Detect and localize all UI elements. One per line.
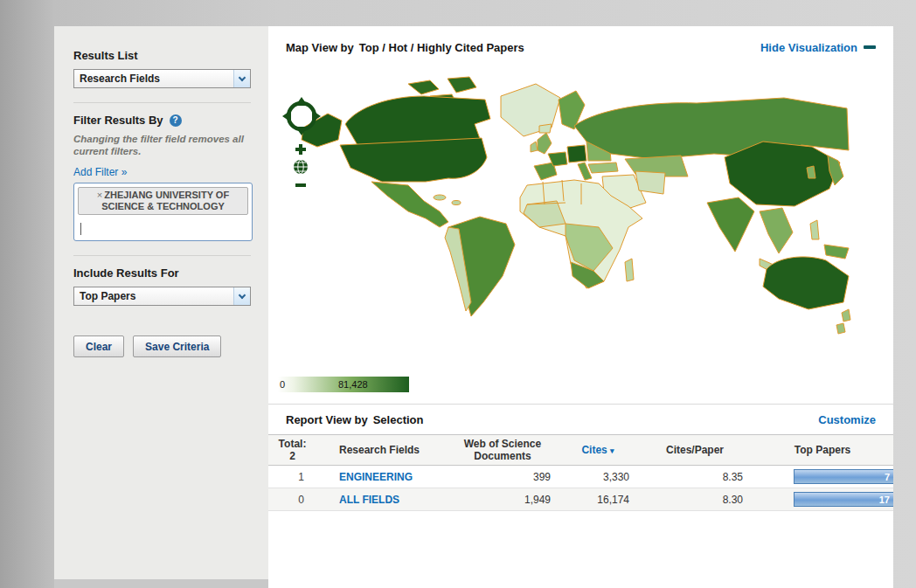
row-rank: 1 (268, 471, 316, 483)
report-view-header: Report View by Selection Customize (268, 404, 893, 434)
chevron-down-icon (233, 287, 250, 305)
report-view-title-value: Selection (373, 413, 424, 426)
sidebar-divider (73, 102, 251, 103)
include-results-select[interactable]: Top Papers (73, 287, 251, 306)
world-choropleth-map[interactable] (277, 73, 854, 362)
research-fields-header: Research Fields (316, 444, 448, 456)
map-color-legend: 0 81,428 (278, 377, 409, 392)
report-view-title-prefix: Report View by (286, 413, 368, 426)
row-cites: 3,330 (558, 471, 638, 483)
results-list-select[interactable]: Research Fields (73, 69, 251, 88)
sidebar-buttons: Clear Save Criteria (73, 336, 251, 357)
zoom-in-icon (295, 144, 306, 155)
results-table-header: Total: 2 Research Fields Web of Science … (268, 434, 893, 466)
row-cites-per-paper: 8.35 (638, 471, 752, 483)
total-value: 2 (268, 450, 316, 462)
minus-icon (864, 45, 876, 49)
clear-button[interactable]: Clear (73, 336, 124, 357)
sidebar: Results List Research Fields Filter Resu… (54, 26, 268, 579)
legend-min-value: 0 (280, 379, 285, 390)
row-cites-per-paper: 8.30 (638, 494, 752, 506)
results-list-label: Results List (73, 49, 251, 62)
filter-note: Changing the filter field removes all cu… (73, 133, 248, 157)
documents-header: Web of Science Documents (448, 438, 558, 462)
field-link-all-fields[interactable]: ALL FIELDS (339, 494, 399, 506)
add-filter-link[interactable]: Add Filter » (73, 166, 127, 178)
customize-link[interactable]: Customize (818, 413, 876, 426)
map-view-title: Map View by Top / Hot / Highly Cited Pap… (286, 41, 524, 54)
filter-heading-row: Filter Results By ? (73, 114, 251, 127)
row-documents: 1,949 (448, 494, 558, 506)
row-rank: 0 (268, 494, 316, 506)
report-view-title: Report View by Selection (286, 413, 423, 426)
filter-tag: ×ZHEJIANG UNIVERSITY OF SCIENCE & TECHNO… (78, 187, 248, 215)
text-caret (80, 223, 81, 235)
sort-descending-icon: ▾ (610, 446, 614, 455)
map-pan-control[interactable] (281, 96, 322, 136)
map-zoom-control[interactable] (292, 143, 309, 190)
hide-visualization-label: Hide Visualization (760, 41, 857, 54)
pan-down-arrow-icon (295, 127, 308, 135)
save-criteria-button[interactable]: Save Criteria (133, 336, 221, 357)
cites-per-paper-header: Cites/Paper (638, 444, 752, 456)
pan-right-arrow-icon (312, 110, 321, 122)
top-papers-header: Top Papers (752, 444, 893, 456)
filter-tag-label: ZHEJIANG UNIVERSITY OF SCIENCE & TECHNOL… (101, 190, 229, 211)
row-documents: 399 (448, 471, 558, 483)
include-results-label: Include Results For (73, 266, 251, 280)
pan-up-arrow-icon (295, 97, 308, 106)
remove-filter-icon[interactable]: × (97, 190, 102, 200)
legend-max-value: 81,428 (338, 379, 368, 390)
content-panel: Results List Research Fields Filter Resu… (54, 26, 893, 588)
top-papers-bar: 7 (794, 469, 893, 484)
cites-sort-header[interactable]: Cites ▾ (558, 444, 638, 457)
chevron-down-icon (233, 70, 250, 87)
map-view-title-value: Top / Hot / Highly Cited Papers (359, 41, 524, 54)
top-papers-bar: 17 (794, 492, 893, 507)
map-area: 0 81,428 (268, 68, 893, 404)
main-content: Map View by Top / Hot / Highly Cited Pap… (268, 26, 893, 588)
total-header: Total: 2 (268, 438, 316, 462)
table-row: 0 ALL FIELDS 1,949 16,174 8.30 17 (268, 488, 893, 511)
page-background: { "sidebar": { "results_list": { "label"… (0, 0, 916, 588)
filter-results-by-label: Filter Results By (73, 114, 163, 127)
hide-visualization-link[interactable]: Hide Visualization (760, 41, 876, 54)
map-view-title-prefix: Map View by (286, 41, 354, 54)
sidebar-divider-2 (73, 255, 251, 256)
row-cites: 16,174 (558, 494, 638, 506)
globe-icon (294, 160, 308, 174)
field-link-engineering[interactable]: ENGINEERING (339, 471, 413, 483)
cites-header-label: Cites (581, 444, 607, 456)
results-list-selected-value: Research Fields (74, 70, 233, 87)
include-results-selected-value: Top Papers (74, 287, 233, 305)
map-view-header: Map View by Top / Hot / Highly Cited Pap… (268, 26, 893, 68)
filter-input-box[interactable]: ×ZHEJIANG UNIVERSITY OF SCIENCE & TECHNO… (73, 183, 253, 241)
table-row: 1 ENGINEERING 399 3,330 8.35 7 (268, 466, 893, 488)
sidebar-bottom-gap (54, 579, 268, 588)
total-label: Total: (268, 438, 316, 450)
pan-left-arrow-icon (282, 110, 291, 122)
help-icon[interactable]: ? (170, 114, 182, 127)
